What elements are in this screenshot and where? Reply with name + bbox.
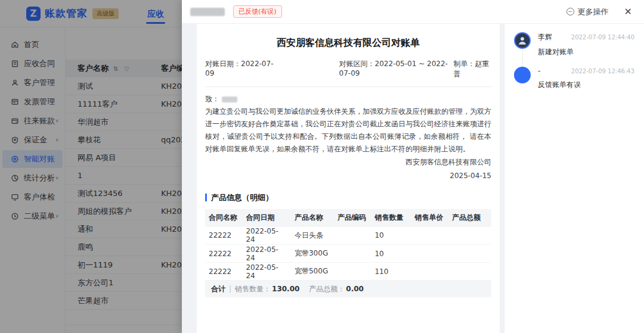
statement-title: 西安朋客信息科技有限公司对账单 <box>205 37 491 49</box>
section-accent-bar <box>205 194 207 201</box>
status-badge: 已反馈(有误) <box>233 5 282 18</box>
reconciliation-drawer: 已反馈(有误) − 更多操作 ✕ 西安朋客信息科技有限公司对账单 对账日期：20… <box>182 0 644 333</box>
timeline-time: 2022-07-09 12:46:43 <box>571 68 634 74</box>
product-table: 合同名称 合同日期 产品名称 产品编码 销售数量 销售单价 产品总额 22222… <box>205 209 491 281</box>
statement-body-text: 为建立贵公司与我公司更加诚信的业务伙伴关系，加强双方应收及应付账款的管理，为双方… <box>205 105 491 155</box>
timeline-entry: - 2022-07-09 12:46:43 反馈账单有误 <box>514 67 634 101</box>
timeline-action: 新建对账单 <box>538 47 634 57</box>
avatar <box>514 67 531 83</box>
summary-qty-value: 130.00 <box>272 285 299 293</box>
timeline-connector <box>522 50 523 68</box>
signature-company: 西安朋客信息科技有限公司 <box>205 155 491 169</box>
timeline-user: - <box>538 67 540 75</box>
document-area: 西安朋客信息科技有限公司对账单 对账日期：2022-07-09 对账区间：202… <box>182 24 504 333</box>
product-section-header: 产品信息（明细） <box>205 192 491 203</box>
timeline-user: 李辉 <box>538 32 552 42</box>
drawer-header: 已反馈(有误) − 更多操作 ✕ <box>182 0 644 24</box>
summary-amount-value: 0.00 <box>346 285 364 293</box>
redacted-title <box>190 8 225 16</box>
statement-document: 西安朋客信息科技有限公司对账单 对账日期：2022-07-09 对账区间：202… <box>197 24 500 333</box>
close-icon[interactable]: ✕ <box>624 6 632 17</box>
signature-date: 2025-04-15 <box>205 169 491 183</box>
salutation: 致： <box>205 94 491 104</box>
timeline-action: 反馈账单有误 <box>538 80 634 90</box>
avatar <box>514 32 531 49</box>
more-actions-label: 更多操作 <box>578 7 609 17</box>
section-title: 产品信息（明细） <box>211 192 273 203</box>
redacted-recipient <box>222 97 237 102</box>
table-row: 222222022-05-24宽带300G10 <box>205 245 491 263</box>
person-icon <box>517 35 528 46</box>
product-table-header: 合同名称 合同日期 产品名称 产品编码 销售数量 销售单价 产品总额 <box>205 209 491 227</box>
table-row: 222222022-05-24宽带500G110 <box>205 263 491 281</box>
statement-meta: 对账日期：2022-07-09 对账区间：2022-05-01 ~ 2022-0… <box>205 59 491 87</box>
more-actions-button[interactable]: − 更多操作 <box>566 7 609 17</box>
signature-block: 西安朋客信息科技有限公司 2025-04-15 <box>205 155 491 183</box>
timeline-time: 2022-07-09 12:44:40 <box>571 34 634 41</box>
timeline-entry: 李辉 2022-07-09 12:44:40 新建对账单 <box>514 32 634 67</box>
table-row: 222222022-05-24今日头条10 <box>205 227 491 245</box>
more-circle-icon: − <box>566 8 574 15</box>
activity-timeline: 李辉 2022-07-09 12:44:40 新建对账单 - 2022-07-0… <box>504 24 644 333</box>
product-table-summary: 合计 | 销售数量： 130.00 产品总额： 0.00 <box>205 281 491 297</box>
